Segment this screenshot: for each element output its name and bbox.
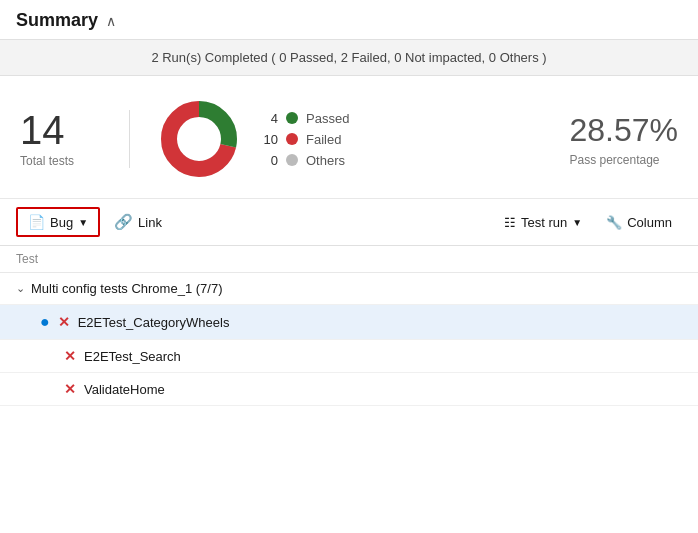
- column-icon: 🔧: [606, 215, 622, 230]
- table-row[interactable]: ● ✕ E2ETest_CategoryWheels: [0, 305, 698, 340]
- bug-button[interactable]: 📄 Bug ▼: [16, 207, 100, 237]
- svg-point-3: [179, 119, 219, 159]
- test-run-chevron-icon: ▼: [572, 217, 582, 228]
- total-tests-number: 14: [20, 110, 65, 150]
- legend-failed: 10 Failed: [260, 132, 349, 147]
- failed-icon: ✕: [58, 314, 70, 330]
- legend-passed: 4 Passed: [260, 111, 349, 126]
- row-checkbox-icon[interactable]: ●: [40, 313, 50, 331]
- toolbar: 📄 Bug ▼ 🔗 Link ☷ Test run ▼ 🔧 Column: [0, 199, 698, 246]
- page-title: Summary: [16, 10, 98, 31]
- toolbar-right: ☷ Test run ▼ 🔧 Column: [494, 210, 682, 235]
- collapse-icon[interactable]: ∧: [106, 13, 116, 29]
- donut-chart: [154, 94, 244, 184]
- bug-icon: 📄: [28, 214, 45, 230]
- others-dot: [286, 154, 298, 166]
- group-chevron-icon: ⌄: [16, 282, 25, 295]
- table-header: Test: [0, 246, 698, 273]
- column-label: Column: [627, 215, 672, 230]
- failed-icon: ✕: [64, 348, 76, 364]
- table-row[interactable]: ✕ E2ETest_Search: [0, 340, 698, 373]
- passed-dot: [286, 112, 298, 124]
- passed-label: Passed: [306, 111, 349, 126]
- table-row[interactable]: ✕ ValidateHome: [0, 373, 698, 406]
- test-name: E2ETest_CategoryWheels: [78, 315, 230, 330]
- group-row[interactable]: ⌄ Multi config tests Chrome_1 (7/7): [0, 273, 698, 305]
- test-name: ValidateHome: [84, 382, 165, 397]
- others-label: Others: [306, 153, 345, 168]
- pass-percentage-section: 28.57% Pass percentage: [539, 112, 678, 167]
- total-tests-section: 14 Total tests: [20, 110, 130, 168]
- chart-legend: 4 Passed 10 Failed 0 Others: [260, 111, 349, 168]
- group-label: Multi config tests Chrome_1 (7/7): [31, 281, 222, 296]
- stats-section: 14 Total tests: [0, 76, 698, 199]
- column-button[interactable]: 🔧 Column: [596, 210, 682, 235]
- pass-percentage-label: Pass percentage: [569, 153, 678, 167]
- test-name: E2ETest_Search: [84, 349, 181, 364]
- legend-others: 0 Others: [260, 153, 349, 168]
- link-label: Link: [138, 215, 162, 230]
- test-column-header: Test: [16, 252, 38, 266]
- page-header: Summary ∧: [0, 0, 698, 40]
- others-count: 0: [260, 153, 278, 168]
- failed-label: Failed: [306, 132, 341, 147]
- pass-percentage-value: 28.57%: [569, 112, 678, 149]
- donut-section: 4 Passed 10 Failed 0 Others: [130, 94, 373, 184]
- failed-count: 10: [260, 132, 278, 147]
- bug-label: Bug: [50, 215, 73, 230]
- failed-dot: [286, 133, 298, 145]
- total-tests-label: Total tests: [20, 154, 74, 168]
- test-run-label: Test run: [521, 215, 567, 230]
- failed-icon: ✕: [64, 381, 76, 397]
- bug-chevron-icon: ▼: [78, 217, 88, 228]
- test-run-button[interactable]: ☷ Test run ▼: [494, 210, 592, 235]
- test-table: Test ⌄ Multi config tests Chrome_1 (7/7)…: [0, 246, 698, 406]
- link-icon: 🔗: [114, 213, 133, 231]
- passed-count: 4: [260, 111, 278, 126]
- runs-summary-text: 2 Run(s) Completed ( 0 Passed, 2 Failed,…: [151, 50, 546, 65]
- link-button[interactable]: 🔗 Link: [104, 208, 172, 236]
- test-run-icon: ☷: [504, 215, 516, 230]
- runs-summary-bar: 2 Run(s) Completed ( 0 Passed, 2 Failed,…: [0, 40, 698, 76]
